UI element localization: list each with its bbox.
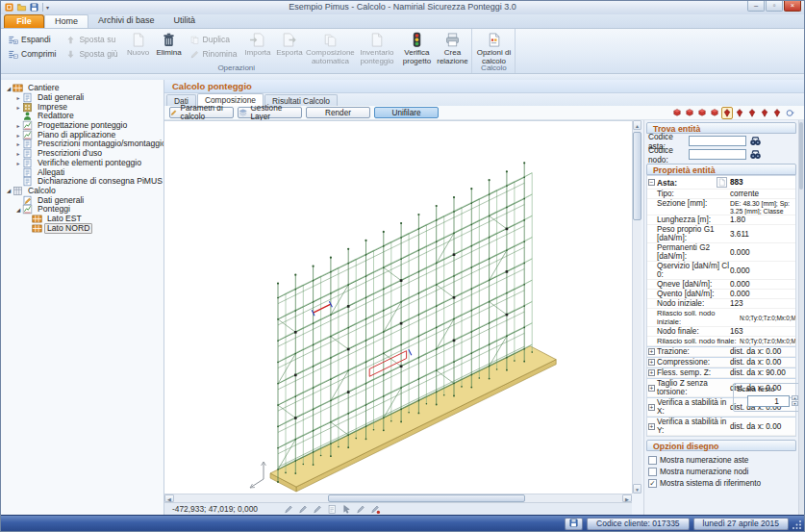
property-row-sezione-mm[interactable]: Sezione [mm]:DE: 48.30 [mm]; Sp: 3.25 [m… xyxy=(647,199,795,215)
sidebar-item-lato-nord[interactable]: Lato NORD xyxy=(1,223,164,233)
cube-mode-icon[interactable] xyxy=(671,107,683,119)
horizontal-scroll-thumb[interactable] xyxy=(328,494,525,502)
expand-row-icon[interactable]: + xyxy=(648,404,655,411)
scroll-up-icon[interactable]: ▲ xyxy=(633,120,641,130)
find-asta-button[interactable] xyxy=(749,135,762,147)
ribbon-tab-archivi-di-base[interactable]: Archivi di base xyxy=(88,14,164,28)
tree-collapsed-icon[interactable]: ▸ xyxy=(14,160,22,166)
vertical-scroll-thumb[interactable] xyxy=(633,132,641,220)
property-row-tipo[interactable]: Tipo:corrente xyxy=(647,190,795,199)
checkbox-mostra-sistema-di-riferimento[interactable]: ✓Mostra sistema di riferimento xyxy=(648,478,761,488)
tab-composizione[interactable]: Composizione xyxy=(197,93,264,106)
property-row-compressione[interactable]: +Compressione:dist. da x: 0.00 xyxy=(647,357,795,367)
status-save-segment[interactable] xyxy=(565,518,583,530)
maximize-button[interactable]: ▫ xyxy=(766,1,783,12)
checkbox-mostra-numerazione-nodi[interactable]: Mostra numerazione nodi xyxy=(648,467,748,476)
spinner-up-icon[interactable]: ▲ xyxy=(792,395,798,400)
save-icon[interactable] xyxy=(29,2,39,13)
property-row-qneve-dan-m[interactable]: Qneve [daN/m]:0.000 xyxy=(647,280,795,290)
property-row-peso-proprio-g1-dan-m[interactable]: Peso proprio G1 [daN/m]:3.611 xyxy=(647,225,795,243)
scroll-left-icon[interactable]: ◀ xyxy=(164,494,174,502)
codice-asta-input[interactable] xyxy=(689,136,746,146)
diamond-mode-icon[interactable] xyxy=(721,107,733,119)
diamond-mode-icon[interactable] xyxy=(746,107,758,119)
minimize-button[interactable]: – xyxy=(747,1,765,12)
comprimi-button[interactable]: Comprimi xyxy=(4,47,60,61)
property-row-rilascio-soll-nodo-iniziale[interactable]: Rilascio soll. nodo iniziale:N:0;Ty:0;Tz… xyxy=(647,309,795,327)
property-row-nodo-iniziale[interactable]: Nodo iniziale:123 xyxy=(647,299,795,309)
tree-collapsed-icon[interactable]: ▸ xyxy=(14,122,22,129)
collapse-row-icon[interactable]: − xyxy=(648,179,655,186)
property-row-rilascio-soll-nodo-finale[interactable]: Rilascio soll. nodo finale:N:0;Ty:0;Tz:0… xyxy=(647,337,795,346)
checkbox-icon[interactable] xyxy=(648,468,657,476)
expand-row-icon[interactable]: + xyxy=(648,385,655,392)
gestione-layer-button[interactable]: Gestione Layer xyxy=(238,107,302,118)
property-row-nodo-finale[interactable]: Nodo finale:163 xyxy=(647,327,795,337)
properties-panel: Trova entità Codice asta: Codice nodo: P… xyxy=(643,120,804,515)
property-label: Verifica a stabilità in Y: xyxy=(657,418,730,435)
panel-scroll-thumb[interactable] xyxy=(799,122,803,190)
expand-row-icon[interactable]: + xyxy=(648,359,655,366)
ribbon-tab-home[interactable]: Home xyxy=(44,14,88,28)
tree-collapsed-icon[interactable]: ▸ xyxy=(14,94,22,101)
tool-pencil-icon[interactable] xyxy=(312,503,324,515)
checkbox-icon[interactable] xyxy=(648,456,657,465)
open-icon[interactable] xyxy=(16,2,27,13)
tree-expanded-icon[interactable]: ◢ xyxy=(14,207,22,213)
cube-mode-icon[interactable] xyxy=(684,107,695,119)
find-nodo-button[interactable] xyxy=(749,148,762,161)
tree-expanded-icon[interactable]: ◢ xyxy=(5,86,13,91)
scroll-down-icon[interactable]: ▼ xyxy=(633,484,641,494)
tool-sheet-icon[interactable] xyxy=(326,503,339,515)
expand-row-icon[interactable]: + xyxy=(648,348,655,355)
qat-dropdown-icon[interactable]: ▾ xyxy=(46,4,49,11)
scroll-right-icon[interactable]: ▶ xyxy=(622,494,632,502)
app-icon[interactable] xyxy=(4,2,14,13)
espandi-button[interactable]: Espandi xyxy=(4,33,60,46)
property-label: Tipo: xyxy=(657,190,730,198)
diamond-mode-icon[interactable] xyxy=(771,107,783,119)
orbit-mode-icon[interactable] xyxy=(784,107,795,119)
tool-marker-icon[interactable] xyxy=(369,503,382,515)
property-row-fless-semp-z[interactable]: +Fless. semp. Z:dist. da x: 90.00 xyxy=(647,367,795,378)
tree-collapsed-icon[interactable]: ▸ xyxy=(14,150,22,157)
property-row-trazione[interactable]: +Trazione:dist. da x: 0.00 xyxy=(647,346,795,357)
diamond-mode-icon[interactable] xyxy=(734,107,745,119)
tool-cursor-icon[interactable] xyxy=(340,503,353,515)
vertical-scrollbar[interactable]: ▲ ▼ xyxy=(632,120,641,494)
panel-scrollbar[interactable] xyxy=(798,120,804,515)
codice-nodo-input[interactable] xyxy=(689,149,746,160)
tree-collapsed-icon[interactable]: ▸ xyxy=(14,104,22,111)
cube-mode-icon[interactable] xyxy=(709,107,720,119)
property-row-lunghezza-m[interactable]: Lunghezza [m]:1.80 xyxy=(647,215,795,225)
sidebar-item-lato-est[interactable]: Lato EST xyxy=(1,215,164,224)
parametri-di-calcolo-button[interactable]: Parametri di calcolo xyxy=(169,107,234,118)
tree-collapsed-icon[interactable]: ▸ xyxy=(14,132,22,139)
unifilare-button[interactable]: Unifilare xyxy=(374,107,439,118)
diamond-mode-icon[interactable] xyxy=(759,107,770,119)
tree-collapsed-icon[interactable]: ▸ xyxy=(14,140,22,147)
tool-pencil-icon[interactable] xyxy=(297,503,310,515)
property-row-verifica-a-stabilit-in-y[interactable]: +Verifica a stabilità in Y:dist. da x: 0… xyxy=(647,417,795,436)
spinner-down-icon[interactable]: ▼ xyxy=(792,401,798,406)
resize-grip-icon[interactable] xyxy=(792,519,802,529)
checkbox-mostra-numerazione-aste[interactable]: Mostra numerazione aste xyxy=(648,455,748,465)
scala-testo-spinner[interactable]: 1 xyxy=(747,395,790,407)
expand-row-icon[interactable]: + xyxy=(648,423,655,430)
property-row-asta[interactable]: −Asta:883 xyxy=(647,176,795,190)
property-row-qvento-dan-m[interactable]: Qvento [daN/m]:0.000 xyxy=(647,290,795,299)
expand-row-icon[interactable]: + xyxy=(648,369,655,376)
close-button[interactable]: × xyxy=(784,1,801,12)
tool-pencil-icon[interactable] xyxy=(355,503,367,515)
drawing-viewport[interactable] xyxy=(164,120,632,494)
property-row-qservizio-dan-m-cl-0[interactable]: Qservizio [daN/m] Cl 0:0.000 xyxy=(647,262,795,280)
checkbox-icon[interactable]: ✓ xyxy=(648,479,657,488)
ribbon-tab-utilit[interactable]: Utilità xyxy=(164,14,206,28)
horizontal-scrollbar[interactable]: ◀ ▶ xyxy=(164,494,632,502)
tree-expanded-icon[interactable]: ◢ xyxy=(5,188,13,193)
property-row-permanenti-g2-dan-m[interactable]: Permanenti G2 [daN/m]:0.000 xyxy=(647,243,795,262)
tool-pencil-icon[interactable] xyxy=(283,503,295,515)
cube-mode-icon[interactable] xyxy=(696,107,708,119)
render-button[interactable]: Render xyxy=(306,107,370,118)
file-tab[interactable]: File xyxy=(4,14,44,28)
